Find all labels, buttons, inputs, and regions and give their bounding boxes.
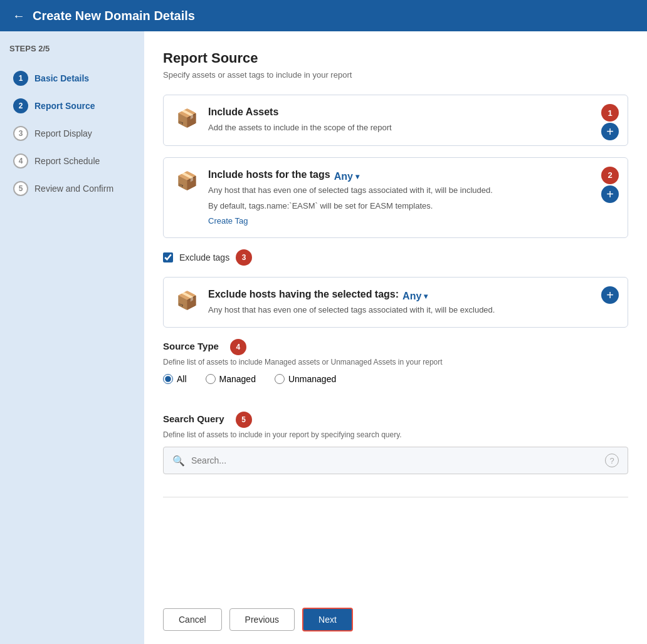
sidebar-item-report-display[interactable]: 3 Report Display	[9, 120, 135, 147]
search-query-title-row: Search Query 5	[163, 412, 628, 428]
page-title: Report Source	[163, 50, 628, 66]
include-hosts-content: Include hosts for the tags Any ▾ Any hos…	[208, 169, 615, 226]
step-circle-2: 2	[13, 98, 28, 113]
radio-all[interactable]	[163, 374, 173, 384]
radio-all-label: All	[177, 374, 187, 384]
chevron-down-icon: ▾	[355, 172, 359, 181]
steps-label: STEPS 2/5	[9, 44, 135, 53]
page-subtitle: Specify assets or asset tags to include …	[163, 70, 628, 80]
previous-button[interactable]: Previous	[229, 608, 295, 631]
exclude-hosts-badge-group: +	[601, 286, 619, 304]
exclude-hosts-content: Exclude hosts having the selected tags: …	[208, 289, 615, 316]
main-content: Report Source Specify assets or asset ta…	[144, 31, 647, 644]
radio-unmanaged[interactable]	[275, 374, 285, 384]
include-hosts-badge: 2	[601, 167, 619, 184]
include-hosts-badge-group: 2 +	[601, 167, 619, 203]
help-icon[interactable]: ?	[605, 454, 619, 467]
radio-option-unmanaged[interactable]: Unmanaged	[275, 374, 336, 384]
exclude-tags-badge: 3	[236, 249, 252, 266]
footer: Cancel Previous Next	[163, 601, 628, 631]
include-assets-icon: 📦	[176, 108, 198, 128]
source-type-radio-group: All Managed Unmanaged	[163, 374, 628, 384]
include-hosts-desc2: By default, tags.name:`EASM` will be set…	[208, 200, 615, 212]
radio-unmanaged-label: Unmanaged	[288, 374, 336, 384]
include-hosts-desc1: Any host that has even one of selected t…	[208, 184, 615, 197]
exclude-hosts-title-prefix: Exclude hosts having the selected tags:	[208, 289, 399, 300]
include-hosts-tag-label: Any	[334, 171, 353, 182]
step-circle-4: 4	[13, 153, 28, 169]
source-type-badge: 4	[230, 339, 246, 355]
radio-option-managed[interactable]: Managed	[206, 374, 256, 384]
layout: STEPS 2/5 1 Basic Details 2 Report Sourc…	[0, 31, 647, 644]
exclude-hosts-card: 📦 Exclude hosts having the selected tags…	[163, 277, 628, 328]
sidebar-item-basic-details[interactable]: 1 Basic Details	[9, 65, 135, 92]
sidebar-item-label-2: Report Source	[34, 101, 95, 111]
next-button[interactable]: Next	[302, 608, 353, 631]
search-icon: 🔍	[172, 455, 185, 467]
step-circle-5: 5	[13, 181, 28, 196]
source-type-subtitle: Define list of assets to include Managed…	[163, 358, 628, 366]
include-assets-desc: Add the assets to include in the scope o…	[208, 122, 615, 134]
radio-managed-label: Managed	[219, 374, 256, 384]
sidebar: STEPS 2/5 1 Basic Details 2 Report Sourc…	[0, 31, 144, 644]
include-hosts-title-prefix: Include hosts for the tags	[208, 169, 330, 180]
source-type-title: Source Type	[163, 341, 219, 351]
cancel-button[interactable]: Cancel	[163, 608, 222, 631]
footer-divider	[163, 497, 628, 497]
search-query-subtitle: Define list of assets to include in your…	[163, 430, 628, 439]
include-hosts-icon: 📦	[176, 170, 198, 191]
include-assets-badge-group: 1 +	[601, 104, 619, 140]
search-query-section: Search Query 5 Define list of assets to …	[163, 412, 628, 474]
include-hosts-tag-dropdown[interactable]: Any ▾	[334, 171, 359, 182]
header: ← Create New Domain Details	[0, 0, 647, 31]
exclude-tags-checkbox[interactable]	[163, 252, 173, 262]
include-hosts-card: 📦 Include hosts for the tags Any ▾ Any h…	[163, 157, 628, 238]
include-assets-card: 📦 Include Assets Add the assets to inclu…	[163, 95, 628, 146]
source-type-section: Source Type 4 Define list of assets to i…	[163, 339, 628, 399]
sidebar-item-report-source[interactable]: 2 Report Source	[9, 92, 135, 120]
sidebar-item-review-confirm[interactable]: 5 Review and Confirm	[9, 175, 135, 202]
step-circle-3: 3	[13, 126, 28, 141]
sidebar-item-label-3: Report Display	[34, 128, 92, 138]
sidebar-item-label-5: Review and Confirm	[34, 184, 113, 194]
include-assets-content: Include Assets Add the assets to include…	[208, 106, 615, 134]
sidebar-item-label-1: Basic Details	[34, 73, 89, 83]
header-title: Create New Domain Details	[33, 9, 195, 23]
include-hosts-add-button[interactable]: +	[601, 185, 619, 203]
exclude-hosts-add-button[interactable]: +	[601, 286, 619, 304]
exclude-tags-row: Exclude tags 3	[163, 249, 628, 266]
chevron-down-icon-2: ▾	[424, 292, 428, 301]
search-query-title: Search Query	[163, 413, 224, 424]
exclude-hosts-icon: 📦	[176, 290, 198, 311]
radio-option-all[interactable]: All	[163, 374, 187, 384]
step-circle-1: 1	[13, 71, 28, 86]
include-assets-badge: 1	[601, 104, 619, 122]
exclude-hosts-tag-dropdown[interactable]: Any ▾	[402, 291, 428, 302]
create-tag-link[interactable]: Create Tag	[208, 216, 248, 226]
include-assets-title: Include Assets	[208, 106, 615, 118]
search-query-badge: 5	[236, 412, 252, 428]
exclude-hosts-title-row: Exclude hosts having the selected tags: …	[208, 289, 615, 304]
source-type-title-row: Source Type 4	[163, 339, 628, 355]
search-input[interactable]	[191, 455, 599, 465]
exclude-hosts-tag-label: Any	[402, 291, 421, 302]
radio-managed[interactable]	[206, 374, 216, 384]
exclude-tags-label: Exclude tags	[179, 252, 229, 262]
include-hosts-title-row: Include hosts for the tags Any ▾	[208, 169, 615, 184]
back-icon[interactable]: ←	[13, 9, 25, 23]
sidebar-item-report-schedule[interactable]: 4 Report Schedule	[9, 147, 135, 175]
include-assets-add-button[interactable]: +	[601, 123, 619, 140]
search-bar: 🔍 ?	[163, 447, 628, 474]
sidebar-item-label-4: Report Schedule	[34, 156, 100, 166]
exclude-hosts-desc: Any host that has even one of selected t…	[208, 304, 615, 316]
